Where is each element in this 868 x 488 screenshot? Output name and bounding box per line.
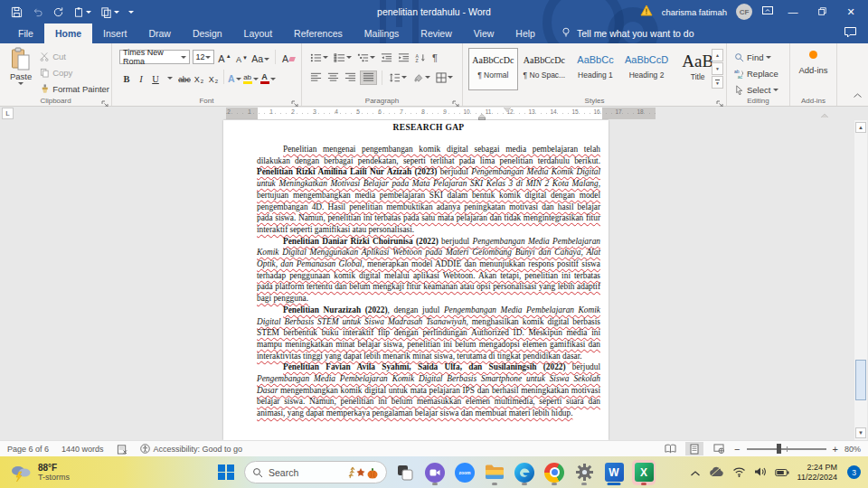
scrollbar-thumb[interactable] — [855, 360, 866, 400]
word-count[interactable]: 1440 words — [61, 445, 104, 454]
justify-button[interactable] — [360, 70, 377, 85]
style-card--normal[interactable]: AaBbCcDc¶ Normal — [468, 48, 518, 90]
sort-button[interactable]: AZ — [413, 51, 429, 65]
settings-button[interactable] — [572, 460, 596, 485]
style-card--no-spac-[interactable]: AaBbCcDc¶ No Spac... — [520, 48, 570, 90]
ribbon-display-options-icon[interactable] — [761, 4, 774, 20]
start-button[interactable] — [214, 460, 238, 485]
paste-button[interactable]: Paste — [4, 47, 38, 96]
right-indent-marker[interactable] — [821, 114, 828, 117]
tell-me-box[interactable]: Tell me what you want to do — [546, 23, 694, 43]
cut-button[interactable]: Cut — [40, 48, 109, 64]
select-button[interactable]: Select — [734, 81, 786, 98]
task-view-button[interactable] — [393, 460, 417, 485]
notification-badge[interactable]: 3 — [847, 465, 861, 479]
highlight-button[interactable]: ab — [242, 70, 259, 84]
clear-formatting-button[interactable]: A — [281, 50, 296, 64]
paste-qat-icon[interactable] — [73, 6, 91, 18]
find-button[interactable]: Find — [734, 49, 786, 65]
excel-button[interactable]: X — [632, 460, 656, 485]
styles-more-button[interactable]: ▼ — [712, 76, 723, 89]
first-line-indent-marker[interactable] — [504, 108, 511, 112]
zoom-level[interactable]: 80% — [844, 445, 861, 454]
borders-button[interactable] — [434, 70, 455, 85]
collapse-ribbon-button[interactable] — [853, 87, 863, 103]
vertical-scrollbar[interactable]: ▲ ▼ — [854, 120, 867, 440]
scroll-up-button[interactable]: ▲ — [855, 122, 866, 133]
underline-button[interactable]: U — [148, 70, 163, 84]
bold-button[interactable]: B — [119, 70, 134, 84]
zoom-in-button[interactable]: + — [833, 444, 838, 455]
multilevel-list-button[interactable] — [355, 51, 377, 65]
grow-font-button[interactable]: A▲ — [217, 50, 231, 64]
font-size-combo[interactable]: 12 — [193, 50, 215, 64]
format-painter-button[interactable]: Format Painter — [40, 80, 109, 97]
page-indicator[interactable]: Page 6 of 6 — [7, 445, 49, 454]
styles-scroll-down[interactable]: ▼ — [712, 62, 723, 75]
wifi-icon[interactable] — [732, 465, 746, 481]
tab-review[interactable]: Review — [410, 23, 462, 43]
style-card-heading-2[interactable]: AaBbCcDHeading 2 — [622, 48, 672, 90]
paragraph[interactable]: Penelitian Nurazizah (2022), dengan judu… — [257, 305, 600, 362]
paragraph-dialog-launcher[interactable] — [452, 96, 460, 104]
tab-selector[interactable]: L — [2, 108, 14, 119]
font-dialog-launcher[interactable] — [291, 96, 299, 104]
zoom-slider[interactable] — [747, 448, 826, 450]
line-spacing-button[interactable] — [387, 70, 409, 85]
customize-qat-icon[interactable] — [128, 11, 134, 14]
scroll-down-button[interactable]: ▼ — [855, 427, 866, 438]
tray-chevron-icon[interactable] — [690, 465, 701, 481]
tab-mailings[interactable]: Mailings — [354, 23, 410, 43]
replace-button[interactable]: abac Replace — [734, 65, 786, 81]
style-card-heading-1[interactable]: AaBbCcHeading 1 — [571, 48, 620, 90]
tab-design[interactable]: Design — [182, 23, 233, 43]
styles-scroll-up[interactable]: ▲ — [712, 49, 723, 61]
copy-qat-icon[interactable] — [100, 6, 119, 18]
paragraph[interactable]: Penelitian Daniar Rizki Choirunisa (2022… — [257, 236, 600, 305]
redo-icon[interactable] — [52, 6, 64, 18]
document-text[interactable]: Penelitian mengenai pengembangan komik d… — [257, 144, 600, 419]
underline-options[interactable] — [163, 70, 177, 84]
subscript-button[interactable]: X2 — [192, 70, 206, 84]
volume-icon[interactable] — [754, 465, 767, 481]
bullets-button[interactable] — [308, 51, 330, 65]
web-layout-button[interactable] — [710, 442, 728, 455]
accessibility-status[interactable]: Accessibility: Good to go — [140, 444, 243, 454]
chrome-button[interactable] — [542, 460, 566, 485]
addins-button[interactable]: Add-ins — [790, 43, 836, 75]
onedrive-icon[interactable] — [709, 465, 724, 481]
copy-button[interactable]: Copy — [40, 64, 109, 80]
tab-draw[interactable]: Draw — [137, 23, 182, 43]
minimize-button[interactable]: — — [783, 6, 803, 17]
comments-icon[interactable] — [844, 26, 857, 42]
numbering-button[interactable] — [332, 51, 354, 65]
change-case-button[interactable]: Aa — [251, 50, 269, 64]
restore-button[interactable] — [812, 6, 832, 18]
paragraph[interactable]: Penelitian mengenai pengembangan komik d… — [257, 144, 600, 236]
weather-widget[interactable]: 88°F T-storms — [9, 456, 70, 488]
increase-indent-button[interactable] — [396, 51, 411, 65]
superscript-button[interactable]: X2 — [206, 70, 221, 84]
chat-app-button[interactable] — [423, 460, 447, 485]
close-button[interactable]: ✕ — [841, 6, 861, 18]
zoom-out-button[interactable]: − — [734, 444, 740, 455]
tab-references[interactable]: References — [283, 23, 354, 43]
clock[interactable]: 2:24 PM 11/22/2024 — [797, 463, 837, 483]
tab-layout[interactable]: Layout — [233, 23, 284, 43]
zoom-slider-thumb[interactable] — [777, 444, 781, 454]
tab-help[interactable]: Help — [505, 23, 546, 43]
styles-dialog-launcher[interactable] — [716, 96, 724, 104]
font-color-button[interactable]: A — [259, 70, 277, 84]
document-page[interactable]: RESEARCH GAP Penelitian mengenai pengemb… — [223, 120, 609, 440]
proofing-error-icon[interactable] — [117, 444, 127, 455]
align-right-button[interactable] — [343, 70, 358, 85]
shading-button[interactable] — [410, 70, 432, 85]
italic-button[interactable]: I — [134, 70, 148, 84]
undo-icon[interactable] — [32, 6, 43, 18]
strikethrough-button[interactable]: abc — [177, 70, 192, 84]
align-center-button[interactable] — [326, 70, 341, 85]
tab-file[interactable]: File — [7, 23, 44, 43]
zoom-app-button[interactable]: zoom — [453, 460, 476, 485]
edge-button[interactable] — [513, 460, 536, 485]
show-hide-pilcrow-button[interactable]: ¶ — [430, 51, 439, 65]
